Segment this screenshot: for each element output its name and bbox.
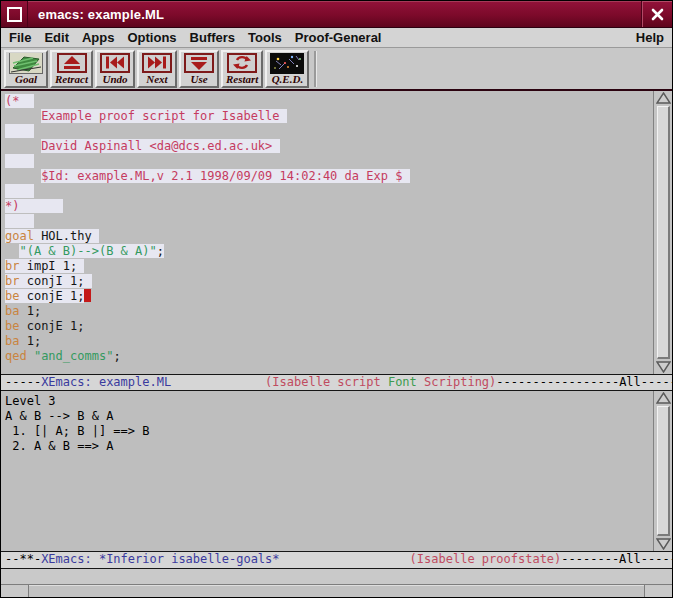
script-line[interactable]: br impI 1;: [5, 259, 653, 274]
script-buffer-window: (* Example proof script for Isabelle Dav…: [1, 91, 672, 374]
unprocessed-span: ba 1;: [5, 304, 41, 318]
processed-region-span: [5, 124, 34, 138]
qed-fireworks-icon: [270, 53, 304, 74]
token-keyword: br: [5, 274, 19, 288]
toolbar-separator: [314, 51, 317, 87]
goals-line: 2. A & B ==> A: [5, 439, 653, 454]
script-scrollbar[interactable]: [653, 91, 672, 374]
script-line[interactable]: "(A & B)-->(B & A)";: [5, 244, 653, 259]
token-plain: [27, 349, 34, 363]
scroll-down-arrow-icon[interactable]: [656, 360, 671, 374]
processed-region-span: [5, 154, 34, 168]
close-icon: [651, 8, 664, 21]
unprocessed-span: be conjE 1;: [5, 319, 84, 333]
menu-item-options[interactable]: Options: [127, 30, 176, 45]
script-line[interactable]: [5, 214, 653, 229]
restart-button[interactable]: Restart: [221, 50, 263, 88]
token-plain: [5, 154, 34, 168]
script-line[interactable]: Example proof script for Isabelle: [5, 109, 653, 124]
menu-item-tools[interactable]: Tools: [248, 30, 282, 45]
undo-button[interactable]: Undo: [95, 50, 135, 88]
toolbar: GoalRetractUndoNextUseRestartQ.E.D.: [1, 48, 672, 91]
minibuffer[interactable]: [1, 569, 672, 584]
modeline-buffer: XEmacs: *Inferior isabelle-goals*: [41, 552, 279, 566]
script-line[interactable]: $Id: example.ML,v 2.1 1998/09/09 14:02:4…: [5, 169, 653, 184]
processed-region-span: [5, 214, 34, 228]
goals-scrollbar[interactable]: [653, 391, 672, 551]
modeline-mode-red: (Isabelle script: [265, 375, 388, 389]
token-plain: ;: [157, 244, 164, 258]
script-line[interactable]: ba 1;: [5, 304, 653, 319]
goals-buffer-window: Level 3A & B --> B & A 1. [| A; B |] ==>…: [1, 391, 672, 551]
scroll-down-arrow-icon[interactable]: [656, 537, 671, 551]
script-line[interactable]: goal HOL.thy: [5, 229, 653, 244]
script-line[interactable]: be conjE 1;: [5, 289, 653, 304]
modeline-mode-green: Font: [388, 375, 417, 389]
unprocessed-span: qed "and_comms";: [5, 349, 121, 363]
line-indent: [5, 139, 41, 153]
retract-eject-up-icon: [57, 53, 87, 73]
script-line[interactable]: David Aspinall <da@dcs.ed.ac.uk>: [5, 139, 653, 154]
menu-item-file[interactable]: File: [9, 30, 31, 45]
goal-picture-icon: [9, 53, 43, 74]
processed-region-span: (*: [5, 94, 34, 108]
script-line[interactable]: [5, 124, 653, 139]
token-keyword: ba: [5, 304, 19, 318]
modeline-mode-red: Scripting): [417, 375, 496, 389]
next-button[interactable]: Next: [137, 50, 177, 88]
scrollbar-thumb[interactable]: [657, 106, 670, 359]
scroll-up-arrow-icon[interactable]: [656, 91, 671, 105]
processed-region-span: $Id: example.ML,v 2.1 1998/09/09 14:02:4…: [41, 169, 409, 183]
menu-item-buffers[interactable]: Buffers: [190, 30, 236, 45]
token-keyword: qed: [5, 349, 27, 363]
token-plain: impI 1;: [19, 259, 84, 273]
window-menu-icon: [7, 7, 22, 22]
script-line[interactable]: br conjI 1;: [5, 274, 653, 289]
line-indent: [5, 244, 19, 258]
token-comment: Example proof script for Isabelle: [41, 109, 287, 123]
use-button[interactable]: Use: [179, 50, 219, 88]
script-line[interactable]: [5, 184, 653, 199]
script-line[interactable]: ba 1;: [5, 334, 653, 349]
goals-buffer[interactable]: Level 3A & B --> B & A 1. [| A; B |] ==>…: [1, 391, 653, 551]
token-keyword: br: [5, 259, 19, 273]
modeline-dash: [280, 552, 410, 566]
horizontal-scrollbar[interactable]: [1, 584, 672, 597]
token-plain: 1;: [19, 334, 41, 348]
menu-item-edit[interactable]: Edit: [44, 30, 69, 45]
script-line[interactable]: qed "and_comms";: [5, 349, 653, 364]
processed-region-span: br conjI 1;: [5, 274, 92, 288]
token-plain: conjI 1;: [19, 274, 91, 288]
hscroll-track[interactable]: [29, 585, 644, 597]
close-button[interactable]: [641, 1, 672, 27]
token-plain: conjE 1;: [19, 319, 84, 333]
toolbar-button-label: Q.E.D.: [272, 74, 303, 86]
script-line[interactable]: be conjE 1;: [5, 319, 653, 334]
qed-button[interactable]: Q.E.D.: [265, 50, 309, 88]
scroll-up-arrow-icon[interactable]: [656, 391, 671, 405]
token-plain: HOL.thy: [34, 229, 99, 243]
processed-region-span: br impI 1;: [5, 259, 84, 273]
goal-button[interactable]: Goal: [4, 50, 48, 88]
script-line[interactable]: *): [5, 199, 653, 214]
token-keyword: goal: [5, 229, 34, 243]
token-string: "and_comms": [34, 349, 113, 363]
window-menu-button[interactable]: [1, 1, 28, 27]
script-line[interactable]: [5, 154, 653, 169]
window-title: emacs: example.ML: [28, 1, 641, 27]
menu-item-proof-general[interactable]: Proof-General: [295, 30, 382, 45]
script-buffer[interactable]: (* Example proof script for Isabelle Dav…: [1, 91, 653, 374]
processed-region-span: goal HOL.thy: [5, 229, 99, 243]
token-comment: David Aspinall <da@dcs.ed.ac.uk>: [41, 139, 279, 153]
retract-button[interactable]: Retract: [50, 50, 93, 88]
modeline-buffer: XEmacs: example.ML: [41, 375, 171, 389]
hscroll-left-box[interactable]: [1, 585, 29, 597]
window-titlebar[interactable]: emacs: example.ML: [1, 1, 672, 28]
hscroll-right-box[interactable]: [644, 585, 672, 597]
menu-item-help[interactable]: Help: [636, 30, 672, 45]
menu-item-apps[interactable]: Apps: [82, 30, 115, 45]
modeline-dash: -----------------All------------: [496, 375, 672, 389]
script-line[interactable]: (*: [5, 94, 653, 109]
menubar: FileEditAppsOptionsBuffersToolsProof-Gen…: [1, 28, 672, 48]
scrollbar-thumb[interactable]: [657, 406, 670, 536]
